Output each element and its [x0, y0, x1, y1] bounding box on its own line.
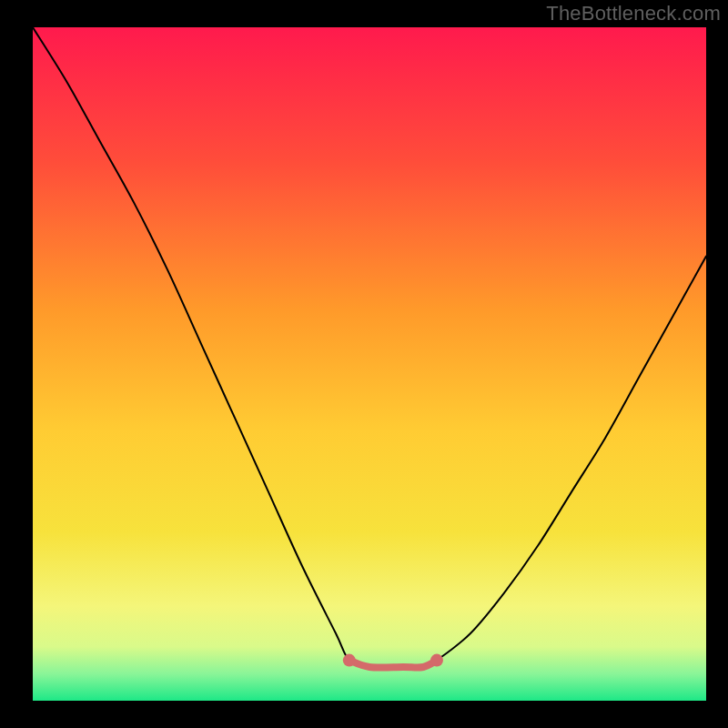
- curve-flat-right-dot: [430, 654, 443, 667]
- curve-flat-left-dot: [343, 654, 356, 667]
- watermark-text: TheBottleneck.com: [546, 2, 721, 25]
- bottleneck-chart: [0, 0, 728, 728]
- plot-background: [33, 27, 706, 701]
